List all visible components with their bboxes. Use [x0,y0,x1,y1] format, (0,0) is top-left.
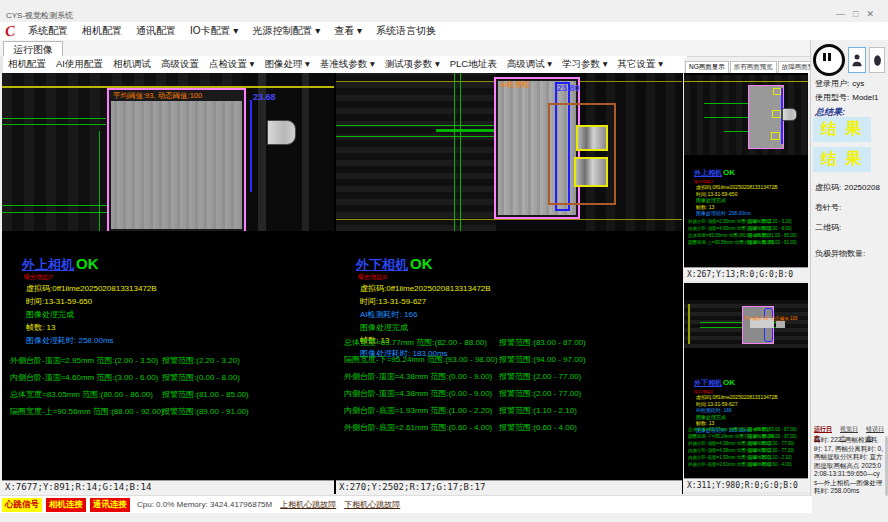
tool-image-processing[interactable]: 图像处理 ▾ [259,58,314,71]
alarm-range: 报警范围:(83.00 - 87.00) [499,337,586,348]
tool-plc-address[interactable]: PLC地址表 [445,58,502,71]
menu-camera-config[interactable]: 相机配置 [75,24,129,38]
app-window: CYS-视觉检测系统 —□✕ C 系统配置 相机配置 通讯配置 IO卡配置 ▾ … [0,0,888,522]
menu-io-config[interactable]: IO卡配置 ▾ [183,24,245,38]
tool-test-params[interactable]: 测试项参数 ▾ [380,58,445,71]
measurement-row: 内侧台阶-顶面=4.38mm 范围:(0.00 - 9.00)报警范围:(2.0… [336,388,682,405]
measurement-row: 总体宽度=83.05mm 范围:(80.00 - 86.00)报警范围:(81.… [684,233,808,240]
alarm-range: 报警范围:(0.00 - 8.00) [162,372,240,383]
user-login-button[interactable] [848,47,866,73]
tool-other-settings[interactable]: 其它设置 ▾ [613,58,668,71]
tab-all-preview[interactable]: 所有画面预览 [730,61,777,73]
menu-language[interactable]: 系统语言切换 [369,24,443,38]
tab-run-image[interactable]: 运行图像 [3,41,63,57]
menu-view[interactable]: 查看 ▾ [327,24,369,38]
tool-baseline-params[interactable]: 基准线参数 ▾ [315,58,380,71]
measurement-value: 总体宽度=83.77mm 范围:(82.00 - 88.00) [344,337,487,348]
operator-button[interactable] [869,47,885,73]
measurement-row: 总体宽度=83.77mm 范围:(82.00 - 88.00)报警范围:(83.… [336,337,682,354]
user-icon [852,53,862,67]
alarm-range: 报警范围:(2.00 - 77.00) [499,371,581,382]
green-line [454,73,455,231]
image-band [302,73,309,231]
bright-blob [776,321,785,328]
defect-rect-yellow [771,132,780,140]
tool-advanced-settings[interactable]: 高级设置 [156,58,204,71]
baseline-yellow [336,219,682,220]
menu-system-config[interactable]: 系统配置 [21,24,75,38]
app-logo-icon: C [4,22,16,40]
alarm-range: 报警范围:(2.20 - 3.20) [162,355,240,366]
camera-image-lower[interactable]: AI检测框 23.80 [336,73,682,231]
result-ok: OK [723,378,735,387]
tool-ai-config[interactable]: AI使用配置 [51,58,108,71]
tool-learn-params[interactable]: 学习参数 ▾ [557,58,612,71]
measure-line-blue [250,100,252,192]
pixel-status-upper: X:7677;Y:891;R:14;G:14;B:14 [2,480,334,494]
camera-connect-badge: 相机连接 [46,498,86,512]
camera-image-upper[interactable]: 平均阈值:93, 动态阈值:100 23.68 [2,73,334,231]
minimize-icon[interactable]: — [836,9,853,19]
barcode-line: 虚拟码:0ff1iime2025020813313472B [26,282,157,295]
threshold-text: 平均阈值:93, 动态阈值:100 [113,91,202,101]
tool-spotcheck-settings[interactable]: 点检设置 ▾ [204,58,259,71]
tool-camera-config[interactable]: 相机配置 [3,58,51,71]
tab-connector [782,108,797,121]
green-line [460,73,461,231]
lower-camera-fault-link[interactable]: 下相机心跳故障 [344,499,400,510]
preview-image-bottom[interactable]: 平均阈值:93, 动态阈值:100 [684,300,808,348]
tool-camera-debug[interactable]: 相机调试 [108,58,156,71]
roi-rect: 平均阈值:93, 动态阈值:100 [107,88,246,231]
qrcode-row: 二维码: [815,222,841,233]
cpu-memory-text: Cpu: 0.0% Memory: 3424.41796875M [137,500,272,509]
tool-advanced-debug[interactable]: 高级调试 ▾ [502,58,557,71]
menu-comm-config[interactable]: 通讯配置 [129,24,183,38]
preview-image-top[interactable] [684,75,808,155]
comm-connect-badge: 通讯连接 [90,498,130,512]
measure-label-blue: 23.80 [557,83,580,93]
needle-label: 卷针号: [815,203,841,212]
model-label: 使用型号: [815,93,849,102]
green-line [2,118,106,119]
alarm-range: 报警范围:(81.00 - 85.00) [162,389,249,400]
alarm-range: 报警范围:(94.00 - 97.00) [748,434,797,439]
measurement-value: 隔圈宽度-上=90.56mm 范围:(88.00 - 92.00) [10,406,164,417]
measurement-row: 外侧台阶-顶面=4.38mm 范围:(0.00 - 9.00)报警范围:(2.0… [684,441,808,448]
upper-camera-fault-link[interactable]: 上相机心跳故障 [280,499,336,510]
alarm-range: 报警范围:(0.00 - 8.00) [748,226,792,231]
green-line [99,131,100,231]
menu-bar: C 系统配置 相机配置 通讯配置 IO卡配置 ▾ 光源控制配置 ▾ 查看 ▾ 系… [0,22,888,41]
barcode-line: 虚拟码:0ff1iime2025020813313472B [696,394,778,401]
status-bar: 心跳信号 相机连接 通讯连接 Cpu: 0.0% Memory: 3424.41… [0,495,812,513]
alarm-range: 报警范围:(0.60 - 4.00) [499,422,577,433]
measurement-row: 隔圈宽度-下=95.24mm 范围:(93.00 - 98.00)报警范围:(9… [336,354,682,371]
measurement-row: 内侧台阶-底面=1.93mm 范围:(1.00 - 2.20)报警范围:(1.1… [336,405,682,422]
window-controls: —□✕ [836,9,882,19]
tab-ng-display[interactable]: NG画面显示 [685,61,729,73]
menu-light-config[interactable]: 光源控制配置 ▾ [245,24,327,38]
measurement-value: 外侧台阶-顶面=2.95mm 范围:(2.00 - 3.50) [10,355,158,366]
alarm-range: 报警范围:(2.00 - 77.00) [499,388,581,399]
measurement-row: 外侧台阶-顶面=4.38mm 范围:(0.00 - 9.00)报警范围:(2.0… [336,371,682,388]
tab-connector [267,120,296,145]
ai-box-label: AI检测框 [500,80,530,90]
barcode-label: 虚拟码: [815,183,841,192]
measurement-row: 内侧台阶-顶面=4.60mm 范围:(3.00 - 6.00)报警范围:(0.0… [684,226,808,233]
preview-measurements-bottom: 总体宽度=83.77mm 范围:(82.00 - 88.00)报警范围:(83.… [684,427,808,469]
preview-measurements-top: 外侧台阶-顶面=2.95mm 范围:(2.00 - 3.50)报警范围:(2.2… [684,219,808,247]
defect-rect-yellow [576,125,608,151]
model-value[interactable]: Model1 [852,93,878,102]
pause-button[interactable] [813,44,845,76]
green-line [724,131,748,132]
login-user-label: 登录用户: [815,79,849,88]
alarm-range: 报警范围:(89.00 - 91.00) [162,406,249,417]
title-bar: CYS-视觉检测系统 —□✕ [0,8,888,23]
right-sidebar: 登录用户:cys 使用型号:Model1 总结果: 结 果 结 果 虚拟码:20… [810,40,888,512]
defect-rect-yellow [773,88,781,95]
baseline-yellow [684,81,808,82]
result-ok: OK [76,255,99,272]
material-block [111,101,242,229]
maximize-icon[interactable]: □ [853,9,866,19]
preview-panel-top: 外上相机OK 曝光增益|7 虚拟码:0ff1iime20250208133134… [684,73,808,281]
close-icon[interactable]: ✕ [866,9,882,19]
